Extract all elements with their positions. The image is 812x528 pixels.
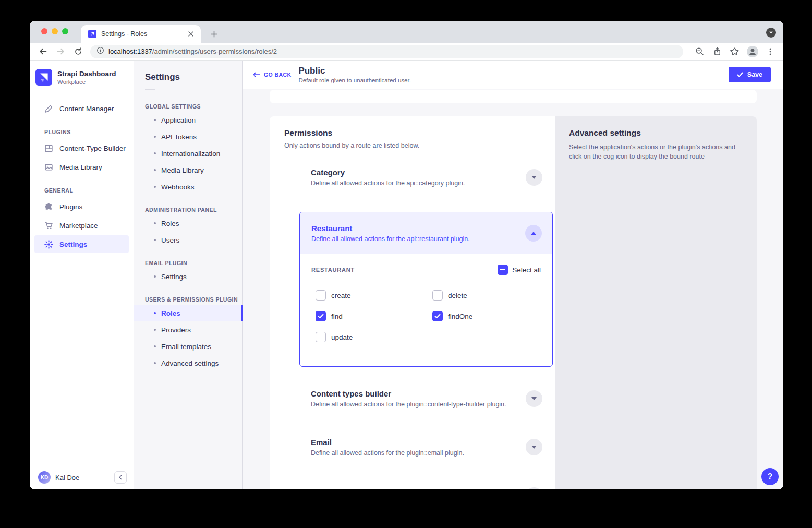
sidebar-item-label: Content Manager [59,105,114,113]
settings-nav-item-label: Media Library [161,166,204,174]
checkbox-create[interactable] [316,290,326,301]
sidebar-item-label: Plugins [59,203,82,211]
settings-nav-item-advanced-settings[interactable]: Advanced settings [134,355,242,371]
settings-nav-item-roles[interactable]: Roles [134,215,242,232]
bullet-dot-icon [154,136,156,138]
layout-icon [44,144,53,153]
tab-close-icon[interactable] [186,29,196,39]
bullet-dot-icon [154,169,156,171]
browser-tab[interactable]: Settings - Roles [81,25,201,43]
sidebar-item-content-manager[interactable]: Content Manager [34,100,129,117]
forward-icon[interactable] [54,45,67,58]
sidebar-item-settings[interactable]: Settings [34,235,129,253]
chevron-down-icon[interactable] [526,487,542,490]
chevron-up-icon[interactable] [525,225,542,242]
save-button[interactable]: Save [729,67,771,82]
back-icon[interactable] [36,45,50,58]
permission-group-label: RESTAURANT [311,267,355,273]
settings-nav-item-media-library[interactable]: Media Library [134,162,242,178]
sidebar-item-plugins[interactable]: Plugins [34,198,129,215]
settings-section-label: USERS & PERMISSIONS PLUGIN [134,285,242,305]
settings-nav-item-api-tokens[interactable]: API Tokens [134,128,242,145]
new-tab-button[interactable] [207,27,221,41]
accordion-category[interactable]: Category Define all allowed actions for … [299,163,553,191]
profile-avatar-icon[interactable] [746,45,759,58]
maximize-window-button[interactable] [62,28,68,34]
reload-icon[interactable] [71,45,85,58]
settings-nav-item-label: Providers [161,326,191,334]
permission-action-label: find [331,313,343,320]
minimize-window-button[interactable] [52,28,58,34]
permissions-column: Permissions Only actions bound by a rout… [270,116,555,489]
accordion-description: Define all allowed actions for the plugi… [311,449,526,457]
settings-nav-item-roles[interactable]: Roles [134,305,242,321]
divider [145,89,155,90]
browser-window: Settings - Roles localhost:1337/admin/se… [30,21,783,489]
settings-nav-item-webhooks[interactable]: Webhooks [134,178,242,195]
checkbox-update[interactable] [316,332,326,342]
accordion-email[interactable]: Email Define all allowed actions for the… [299,433,553,461]
permission-action-find: find [316,311,432,321]
user-name: Kai Doe [55,474,114,482]
strapi-logo-icon [35,69,52,86]
settings-nav-item-users[interactable]: Users [134,232,242,248]
accordion-title: Content types builder [311,389,526,398]
permission-action-label: delete [448,292,467,299]
checkbox-delete[interactable] [432,290,443,301]
tab-title: Settings - Roles [101,30,186,38]
collapse-sidebar-button[interactable] [114,471,127,484]
bullet-dot-icon [154,362,156,364]
settings-nav-item-label: Email templates [161,343,211,351]
sidebar-item-label: Marketplace [59,222,98,230]
checkbox-find[interactable] [316,311,326,321]
select-all-checkbox[interactable] [498,265,508,275]
close-window-button[interactable] [41,28,47,34]
chevron-down-icon[interactable] [526,169,542,186]
workspace-subtitle: Workplace [57,79,116,85]
accordion-description: Define all allowed actions for the api::… [311,235,525,243]
scroll-area[interactable]: Permissions Only actions bound by a rout… [243,89,783,489]
accordion-content-types-builder[interactable]: Content types builder Define all allowed… [299,385,553,412]
help-button[interactable]: ? [761,468,779,485]
accordion-description: Define all allowed actions for the api::… [311,179,526,187]
menu-kebab-icon[interactable] [763,45,777,58]
accordion-restaurant-header[interactable]: Restaurant Define all allowed actions fo… [300,212,552,254]
sidebar-item-marketplace[interactable]: Marketplace [34,217,129,234]
bullet-dot-icon [154,152,156,154]
sidebar-item-media-library[interactable]: Media Library [34,158,129,176]
settings-nav-item-providers[interactable]: Providers [134,321,242,338]
go-back-link[interactable]: GO BACK [253,71,291,78]
settings-nav-item-label: Roles [161,220,179,227]
chevron-down-icon[interactable] [526,390,542,407]
bullet-dot-icon [154,275,156,278]
sidebar-footer: KD Kai Doe [30,465,134,489]
sidebar-item-content-type-builder[interactable]: Content-Type Builder [34,139,129,157]
permission-action-grid: create delete find findOne [316,290,541,342]
avatar[interactable]: KD [38,471,51,484]
divider [362,270,485,270]
advanced-settings-column: Advanced settings Select the application… [555,116,757,489]
settings-nav-item-settings[interactable]: Settings [134,268,242,285]
permissions-subtitle: Only actions bound by a route are listed… [284,142,555,149]
chevron-down-icon[interactable] [526,439,542,455]
tab-search-button[interactable] [766,28,776,38]
permissions-accordion-list: Category Define all allowed actions for … [299,163,553,489]
permissions-title: Permissions [284,128,555,138]
settings-nav-item-label: Roles [161,309,180,317]
settings-nav-item-application[interactable]: Application [134,112,242,128]
checkbox-findone[interactable] [432,311,443,321]
settings-nav-item-internationalization[interactable]: Internationalization [134,145,242,162]
pen-icon [44,104,53,113]
page-info-icon[interactable] [96,46,104,56]
bookmark-star-icon[interactable] [728,45,742,58]
share-icon[interactable] [710,45,724,58]
zoom-out-icon[interactable] [693,45,706,58]
sidebar-item-label: Media Library [59,163,102,171]
accordion-i18n[interactable]: i18n [299,482,553,489]
settings-nav-item-email-templates[interactable]: Email templates [134,338,242,355]
strapi-favicon-icon [88,30,96,38]
permission-action-label: findOne [448,313,472,320]
address-bar[interactable]: localhost:1337/admin/settings/users-perm… [90,45,683,58]
permission-action-create: create [316,290,432,301]
workspace-brand[interactable]: Strapi Dashboard Workplace [30,61,134,93]
